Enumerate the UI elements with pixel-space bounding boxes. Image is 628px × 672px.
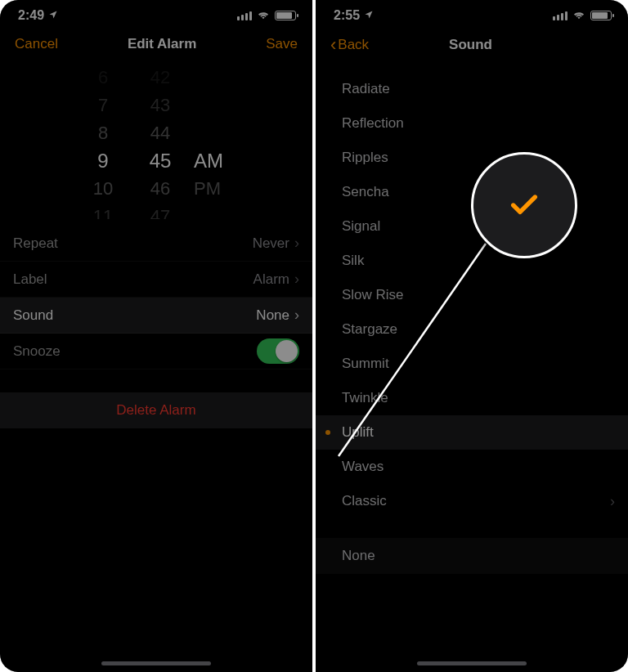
battery-icon (275, 11, 296, 20)
sound-item-label: Silk (342, 253, 364, 269)
sound-item-label: Stargaze (342, 321, 397, 338)
picker-hour: 6 (74, 64, 132, 92)
repeat-row[interactable]: Repeat Never› (0, 226, 312, 262)
nav-bar: ‹ Back Sound (316, 28, 628, 65)
sound-item-label: Reflection (342, 115, 404, 132)
picker-minute: 42 (132, 64, 189, 92)
sound-item-uplift[interactable]: Uplift (316, 415, 628, 450)
save-button[interactable]: Save (266, 36, 298, 52)
hour-column[interactable]: 6 7 8 9 10 11 12 (74, 64, 132, 219)
picker-hour: 11 (74, 203, 132, 219)
none-label: None (342, 548, 375, 564)
sound-item-ripples[interactable]: Ripples (316, 141, 628, 175)
status-right (553, 8, 612, 23)
delete-alarm-button[interactable]: Delete Alarm (0, 392, 312, 428)
location-icon (48, 8, 58, 23)
battery-icon (590, 11, 612, 20)
picker-ampm-selected: AM (194, 147, 238, 175)
label-label: Label (13, 271, 47, 288)
ampm-column[interactable]: AM PM (189, 64, 238, 219)
chevron-left-icon: ‹ (330, 36, 336, 54)
picker-hour: 7 (74, 92, 132, 119)
sound-item-label: Uplift (342, 424, 374, 441)
status-bar: 2:55 (316, 0, 628, 28)
chevron-right-icon: › (294, 271, 299, 288)
chevron-right-icon: › (294, 235, 299, 252)
callout-bubble (471, 152, 577, 258)
sound-item-radiate[interactable]: Radiate (316, 72, 628, 106)
checkmark-icon (508, 189, 541, 222)
sound-item-summit[interactable]: Summit (316, 347, 628, 381)
label-value: Alarm (253, 271, 289, 288)
sound-label: Sound (13, 307, 53, 324)
picker-minute: 46 (132, 175, 189, 203)
sound-value: None (256, 307, 289, 324)
sound-item-label: Radiate (342, 81, 390, 97)
cellular-icon (553, 11, 567, 20)
sound-item-classic[interactable]: Classic› (316, 484, 628, 518)
sound-item-label: Waves (342, 459, 384, 475)
wifi-icon (572, 8, 585, 23)
sound-item-label: Signal (342, 218, 380, 235)
sound-item-silk[interactable]: Silk (316, 244, 628, 278)
snooze-row: Snooze (0, 334, 312, 370)
status-bar: 2:49 (0, 0, 312, 28)
repeat-value: Never (253, 235, 289, 252)
nav-title: Sound (449, 37, 492, 53)
sound-row[interactable]: Sound None› (0, 298, 312, 334)
nav-bar: Cancel Edit Alarm Save (0, 28, 312, 64)
home-indicator[interactable] (101, 661, 211, 665)
chevron-right-icon: › (610, 493, 615, 510)
sound-item-stargaze[interactable]: Stargaze (316, 312, 628, 347)
back-label: Back (338, 37, 369, 53)
sound-item-label: Ripples (342, 150, 388, 166)
phone-right: 2:55 ‹ Back Sound RadiateReflectionRippl… (316, 0, 628, 672)
label-row[interactable]: Label Alarm› (0, 262, 312, 298)
wifi-icon (257, 8, 270, 23)
sound-item-reflection[interactable]: Reflection (316, 106, 628, 141)
sound-item-twinkle[interactable]: Twinkle (316, 381, 628, 415)
sound-list[interactable]: RadiateReflectionRipplesSenchaSignalSilk… (316, 72, 628, 518)
nav-title: Edit Alarm (128, 36, 196, 52)
sound-item-waves[interactable]: Waves (316, 450, 628, 484)
chevron-right-icon: › (294, 307, 299, 324)
status-time: 2:49 (18, 8, 44, 23)
home-indicator[interactable] (417, 661, 527, 665)
location-icon (364, 8, 374, 23)
picker-minute: 43 (132, 92, 189, 119)
snooze-label: Snooze (13, 343, 61, 360)
sound-item-label: Slow Rise (342, 287, 404, 303)
sound-item-slow-rise[interactable]: Slow Rise (316, 278, 628, 312)
time-picker[interactable]: 6 7 8 9 10 11 12 42 43 44 45 46 47 48 AM… (0, 64, 312, 219)
back-button[interactable]: ‹ Back (330, 36, 369, 54)
picker-hour: 8 (74, 119, 132, 147)
picker-ampm: PM (194, 175, 238, 203)
snooze-toggle[interactable] (257, 338, 299, 364)
picker-minute: 44 (132, 119, 189, 147)
sound-item-label: Summit (342, 356, 389, 372)
phone-left: 2:49 Cancel Edit Alarm Save 6 7 8 9 (0, 0, 312, 672)
picker-hour: 10 (74, 175, 132, 203)
picker-hour-selected: 9 (74, 147, 132, 175)
repeat-label: Repeat (13, 235, 58, 252)
sound-none-row[interactable]: None (316, 538, 628, 574)
sound-item-label: Classic (342, 493, 387, 509)
sound-item-label: Sencha (342, 184, 389, 200)
status-time: 2:55 (334, 8, 360, 23)
cancel-button[interactable]: Cancel (15, 36, 58, 52)
picker-minute-selected: 45 (132, 147, 189, 175)
sound-item-label: Twinkle (342, 390, 388, 406)
status-right (237, 8, 296, 23)
delete-label: Delete Alarm (116, 402, 195, 419)
picker-minute: 47 (132, 203, 189, 219)
cellular-icon (237, 11, 252, 20)
minute-column[interactable]: 42 43 44 45 46 47 48 (132, 64, 189, 219)
